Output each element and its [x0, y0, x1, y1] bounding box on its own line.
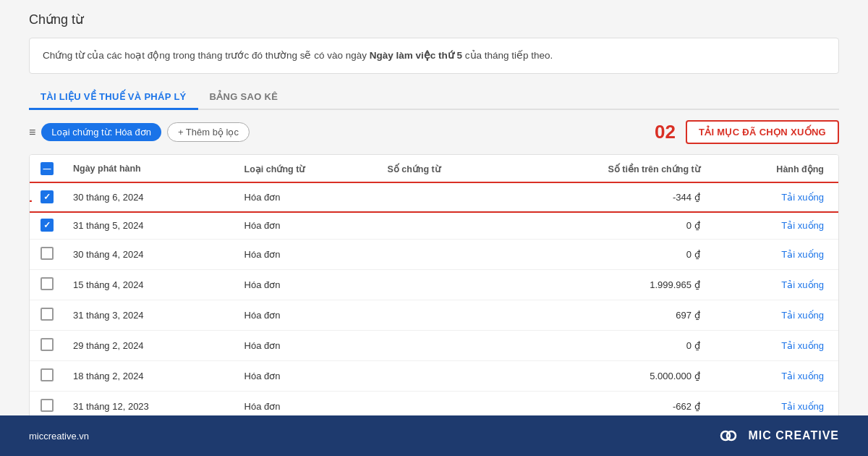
row-checkbox-5[interactable] [41, 308, 54, 321]
row-checkbox-cell [30, 361, 64, 392]
filter-icon[interactable]: ≡ [29, 126, 35, 139]
row-type: Hóa đơn [236, 361, 379, 392]
row-doc-number [378, 300, 508, 331]
row-checkbox-cell [30, 331, 64, 361]
row-checkbox-4[interactable] [41, 277, 54, 290]
row-action: Tải xuống [709, 361, 838, 392]
table-row: 15 tháng 4, 2024Hóa đơn1.999.965 ₫Tải xu… [30, 270, 838, 300]
info-text-after: của tháng tiếp theo. [462, 50, 553, 61]
filter-row: ≡ Loại chứng từ: Hóa đơn + Thêm bộ lọc 0… [29, 120, 839, 144]
row-date: 31 tháng 5, 2024 [64, 211, 236, 240]
footer: miccreative.vn MIC CREATIVE [0, 415, 868, 456]
download-link-8[interactable]: Tải xuống [781, 401, 824, 412]
table-row: 31 tháng 12, 2023Hóa đơn-662 ₫Tải xuống [30, 392, 838, 415]
add-filter-button[interactable]: + Thêm bộ lọc [167, 122, 250, 142]
row-action: Tải xuống [709, 183, 838, 211]
download-link-3[interactable]: Tải xuống [781, 249, 824, 260]
download-link-5[interactable]: Tải xuống [781, 310, 824, 321]
row-checkbox-3[interactable] [41, 247, 54, 260]
documents-table: Ngày phát hành Loại chứng từ Số chứng từ… [30, 155, 838, 415]
row-date: 15 tháng 4, 2024 [64, 270, 236, 300]
row-checkbox-cell [30, 240, 64, 270]
row-checkbox-2[interactable] [41, 219, 54, 232]
row-action: Tải xuống [709, 211, 838, 240]
page-title: Chứng từ [29, 12, 839, 28]
row-type: Hóa đơn [236, 392, 379, 415]
row-checkbox-cell [30, 300, 64, 331]
row-amount: -662 ₫ [508, 392, 709, 415]
row-action: Tải xuống [709, 392, 838, 415]
info-box: Chứng từ của các hoạt động trong tháng t… [29, 38, 839, 74]
row-amount: 5.000.000 ₫ [508, 361, 709, 392]
row-action: Tải xuống [709, 270, 838, 300]
row-doc-number [378, 392, 508, 415]
table-row: 0130 tháng 6, 2024Hóa đơn-344 ₫Tải xuống [30, 183, 838, 211]
select-all-checkbox[interactable] [41, 162, 54, 175]
download-selected-button[interactable]: TẢI MỤC ĐÃ CHỌN XUỐNG [686, 120, 839, 144]
footer-website: miccreative.vn [29, 431, 89, 442]
header-doc-number: Số chứng từ [378, 155, 508, 183]
row-type: Hóa đơn [236, 331, 379, 361]
download-link-7[interactable]: Tải xuống [781, 371, 824, 381]
selected-count-badge: 02 [655, 121, 676, 143]
row-action: Tải xuống [709, 331, 838, 361]
row-doc-number [378, 240, 508, 270]
tab-statement[interactable]: BẢNG SAO KÊ [198, 85, 290, 110]
header-checkbox-col [30, 155, 64, 183]
row-amount: -344 ₫ [508, 183, 709, 211]
footer-brand-name: MIC CREATIVE [749, 429, 839, 442]
row-date: 31 tháng 12, 2023 [64, 392, 236, 415]
row-checkbox-7[interactable] [41, 368, 54, 381]
download-link-4[interactable]: Tải xuống [781, 279, 824, 290]
table-row: 29 tháng 2, 2024Hóa đơn0 ₫Tải xuống [30, 331, 838, 361]
row-doc-number [378, 183, 508, 211]
row-type: Hóa đơn [236, 300, 379, 331]
row-checkbox-6[interactable] [41, 338, 54, 351]
table-row: 30 tháng 4, 2024Hóa đơn0 ₫Tải xuống [30, 240, 838, 270]
row-checkbox-cell [30, 270, 64, 300]
row-action: Tải xuống [709, 240, 838, 270]
marker-01: 01 [29, 187, 32, 206]
footer-right: MIC CREATIVE [715, 423, 839, 449]
info-text-bold: Ngày làm việc thứ 5 [370, 50, 462, 61]
row-date: 18 tháng 2, 2024 [64, 361, 236, 392]
row-type: Hóa đơn [236, 183, 379, 211]
row-doc-number [378, 270, 508, 300]
info-text-before: Chứng từ của các hoạt động trong tháng t… [43, 50, 370, 61]
row-doc-number [378, 331, 508, 361]
row-amount: 1.999.965 ₫ [508, 270, 709, 300]
row-date: 31 tháng 3, 2024 [64, 300, 236, 331]
download-link-6[interactable]: Tải xuống [781, 340, 824, 351]
row-amount: 697 ₫ [508, 300, 709, 331]
header-type: Loại chứng từ [236, 155, 379, 183]
tabs-row: TÀI LIỆU VỀ THUẾ VÀ PHÁP LÝ BẢNG SAO KÊ [29, 85, 839, 110]
table-body: 0130 tháng 6, 2024Hóa đơn-344 ₫Tải xuống… [30, 183, 838, 415]
row-date: 30 tháng 4, 2024 [64, 240, 236, 270]
download-link-2[interactable]: Tải xuống [781, 220, 824, 231]
mic-creative-logo-icon [715, 423, 741, 449]
tab-tax-documents[interactable]: TÀI LIỆU VỀ THUẾ VÀ PHÁP LÝ [29, 85, 198, 110]
header-amount: Số tiền trên chứng từ [508, 155, 709, 183]
row-checkbox-cell [30, 392, 64, 415]
row-doc-number [378, 211, 508, 240]
row-amount: 0 ₫ [508, 240, 709, 270]
row-action: Tải xuống [709, 300, 838, 331]
table-container: Ngày phát hành Loại chứng từ Số chứng từ… [29, 154, 839, 415]
row-checkbox-cell: 01 [30, 183, 64, 211]
header-action: Hành động [709, 155, 838, 183]
filter-right: 02 TẢI MỤC ĐÃ CHỌN XUỐNG [655, 120, 839, 144]
header-date: Ngày phát hành [64, 155, 236, 183]
row-checkbox-1[interactable] [41, 190, 54, 203]
row-type: Hóa đơn [236, 240, 379, 270]
row-type: Hóa đơn [236, 270, 379, 300]
row-amount: 0 ₫ [508, 331, 709, 361]
row-checkbox-8[interactable] [41, 399, 54, 412]
filter-chip-type[interactable]: Loại chứng từ: Hóa đơn [41, 123, 161, 141]
table-header-row: Ngày phát hành Loại chứng từ Số chứng từ… [30, 155, 838, 183]
row-checkbox-cell [30, 211, 64, 240]
table-row: 31 tháng 5, 2024Hóa đơn0 ₫Tải xuống [30, 211, 838, 240]
download-link-1[interactable]: Tải xuống [781, 192, 824, 203]
row-date: 30 tháng 6, 2024 [64, 183, 236, 211]
row-type: Hóa đơn [236, 211, 379, 240]
row-amount: 0 ₫ [508, 211, 709, 240]
